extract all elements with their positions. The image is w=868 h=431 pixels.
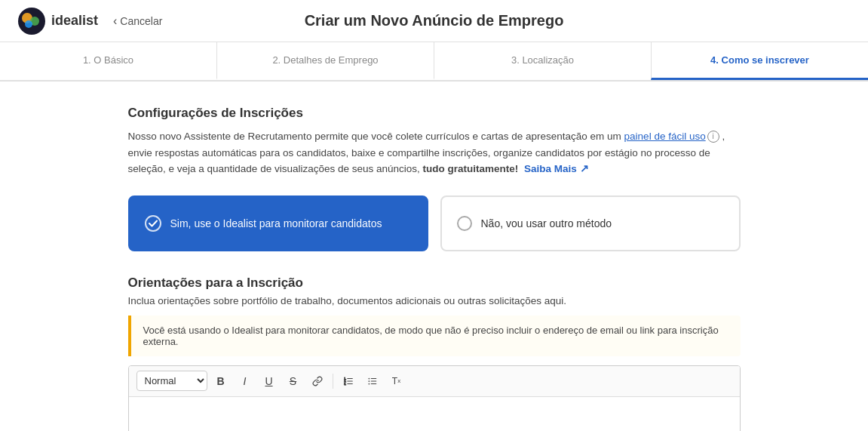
step-2[interactable]: 2. Detalhes de Emprego bbox=[216, 42, 434, 80]
info-banner: Você está usando o Idealist para monitor… bbox=[128, 316, 741, 356]
svg-point-14 bbox=[368, 380, 370, 382]
editor-toolbar: Normal Heading 1 Heading 2 B I U S bbox=[129, 366, 740, 397]
desc-part1: Nosso novo Assistente de Recrutamento pe… bbox=[128, 131, 624, 142]
orientacoes-desc: Inclua orientações sobre portfólio de tr… bbox=[128, 295, 741, 306]
link-button[interactable] bbox=[307, 371, 328, 392]
cancel-button[interactable]: ‹ Cancelar bbox=[113, 14, 162, 28]
radio-dot-other bbox=[457, 216, 472, 231]
logo-icon bbox=[18, 8, 45, 35]
info-icon[interactable]: i bbox=[707, 131, 719, 143]
unordered-list-button[interactable] bbox=[362, 371, 383, 392]
svg-point-15 bbox=[368, 383, 370, 384]
radio-other[interactable]: Não, vou usar outro método bbox=[440, 195, 741, 251]
main-content: Configurações de Inscrições Nosso novo A… bbox=[110, 82, 759, 431]
logo-text: idealist bbox=[51, 13, 98, 29]
radio-options: Sim, use o Idealist para monitorar candi… bbox=[128, 195, 741, 251]
step-4[interactable]: 4. Como se inscrever bbox=[651, 42, 868, 80]
clear-format-button[interactable]: Tx bbox=[386, 371, 407, 392]
italic-button[interactable]: I bbox=[235, 371, 256, 392]
config-section: Configurações de Inscrições Nosso novo A… bbox=[128, 106, 741, 177]
radio-idealist[interactable]: Sim, use o Idealist para monitorar candi… bbox=[128, 195, 428, 251]
bold-button[interactable]: B bbox=[210, 371, 232, 392]
header: idealist ‹ Cancelar Criar um Novo Anúnci… bbox=[0, 0, 868, 42]
page-title: Criar um Novo Anúncio de Emprego bbox=[305, 12, 564, 29]
desc-bold: tudo gratuitamente! bbox=[423, 163, 519, 174]
config-section-title: Configurações de Inscrições bbox=[128, 106, 741, 121]
radio-other-label: Não, vou usar outro método bbox=[481, 217, 612, 229]
cancel-label: Cancelar bbox=[120, 15, 162, 27]
info-banner-text: Você está usando o Idealist para monitor… bbox=[143, 325, 719, 347]
svg-point-3 bbox=[25, 20, 32, 28]
logo-area: idealist bbox=[18, 8, 98, 35]
check-circle-icon bbox=[145, 215, 161, 232]
svg-text:3.: 3. bbox=[344, 382, 346, 385]
editor-wrapper: Normal Heading 1 Heading 2 B I U S bbox=[128, 365, 741, 431]
orientacoes-section: Orientações para a Inscrição Inclua orie… bbox=[128, 276, 741, 431]
chevron-left-icon: ‹ bbox=[113, 14, 117, 28]
editor-body[interactable] bbox=[129, 397, 740, 431]
strikethrough-button[interactable]: S bbox=[283, 371, 304, 392]
config-section-desc: Nosso novo Assistente de Recrutamento pe… bbox=[128, 128, 741, 177]
steps-nav: 1. O Básico 2. Detalhes de Emprego 3. Lo… bbox=[0, 42, 868, 82]
learn-more-link[interactable]: Saiba Mais ↗ bbox=[524, 163, 589, 174]
checkmark-icon bbox=[148, 218, 158, 229]
ordered-list-button[interactable]: 1. 2. 3. bbox=[338, 371, 359, 392]
desc-link[interactable]: painel de fácil uso bbox=[624, 131, 706, 142]
toolbar-divider bbox=[333, 374, 333, 389]
svg-point-13 bbox=[368, 377, 370, 379]
step-1[interactable]: 1. O Básico bbox=[0, 42, 216, 80]
orientacoes-title: Orientações para a Inscrição bbox=[128, 276, 741, 291]
radio-idealist-label: Sim, use o Idealist para monitorar candi… bbox=[170, 217, 382, 229]
format-select[interactable]: Normal Heading 1 Heading 2 bbox=[136, 371, 207, 391]
step-3[interactable]: 3. Localização bbox=[434, 42, 651, 80]
underline-button[interactable]: U bbox=[259, 371, 280, 392]
